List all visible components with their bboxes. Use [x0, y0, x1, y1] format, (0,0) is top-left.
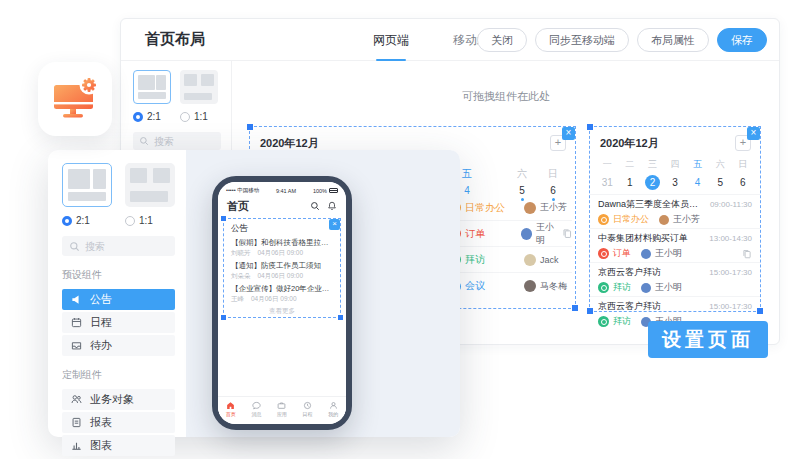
ratio-1-1-radio[interactable]: 1:1: [180, 111, 208, 122]
close-widget-icon[interactable]: ×: [329, 219, 340, 230]
calendar-widget-right[interactable]: × 2020年12月 + 一 二 三 四 五 六 日 31 1 2 3 4 5: [589, 126, 761, 312]
layout-thumb-2-1[interactable]: [62, 163, 112, 207]
tag-visit-icon: [598, 316, 609, 327]
schedule-row[interactable]: 订单 王小明: [448, 221, 572, 247]
carrier-label: ••••• 中国移动: [226, 187, 259, 194]
selection-handle-icon[interactable]: [572, 305, 578, 311]
date-cell[interactable]: 6: [731, 175, 754, 190]
panel-item-business-object[interactable]: 业务对象: [62, 389, 175, 410]
announcement-date: 04月06日 09:00: [258, 249, 304, 258]
person-name: 马冬梅: [540, 280, 567, 293]
phone-tab-schedule[interactable]: 日程: [295, 397, 321, 421]
person-name: 王小芳: [673, 213, 700, 226]
close-widget-icon[interactable]: ×: [562, 127, 575, 140]
close-widget-icon[interactable]: ×: [747, 127, 760, 140]
selection-handle-icon[interactable]: [338, 315, 343, 320]
document-icon[interactable]: [562, 228, 573, 239]
selection-handle-icon[interactable]: [247, 124, 253, 130]
announcement-author: 王峰: [231, 295, 244, 304]
setup-page-button[interactable]: 设置页面: [648, 321, 768, 358]
sidebar-search[interactable]: [133, 132, 221, 150]
briefcase-icon: [277, 401, 286, 410]
event-list: Dawna第三季度全体员工总结会09:00-11:30 日常办公王小芳 中泰集团…: [590, 194, 760, 330]
date-cell[interactable]: 1: [619, 175, 642, 190]
selection-handle-icon[interactable]: [757, 308, 763, 314]
date-cell[interactable]: 4: [686, 175, 709, 190]
ratio-2-1-radio[interactable]: 2:1: [62, 215, 125, 226]
phone-tab-apps[interactable]: 应用: [269, 397, 295, 421]
weekday-label: 日: [531, 167, 575, 181]
event-time: 09:00-11:30: [710, 200, 752, 209]
close-button[interactable]: 关闭: [477, 28, 527, 52]
panel-item-announcement[interactable]: 公告: [62, 289, 175, 310]
layout-thumb-1-1[interactable]: [180, 70, 218, 104]
person-name: 王小芳: [540, 201, 567, 214]
preset-group-label: 预设组件: [62, 268, 175, 282]
avatar: [521, 228, 532, 240]
tab-web[interactable]: 网页端: [373, 19, 409, 61]
panel-search[interactable]: [62, 236, 175, 256]
announcement-item[interactable]: 【假期】和创科技香格里拉大酒店3层美... 刘晓芳04月06日 09:00: [231, 238, 333, 258]
ratio-2-1-label: 2:1: [147, 111, 161, 122]
calendar-month-label: 2020年12月: [600, 136, 659, 151]
clock-icon: [303, 401, 312, 410]
phone-tab-me[interactable]: 我的: [320, 397, 346, 421]
custom-group-label: 定制组件: [62, 368, 175, 382]
person-name: 王小明: [536, 221, 562, 247]
announcement-widget[interactable]: × 公告 【假期】和创科技香格里拉大酒店3层美... 刘晓芳04月06日 09:…: [223, 218, 341, 318]
avatar: [524, 254, 536, 266]
phone-header: 首页: [218, 196, 346, 216]
announcement-item[interactable]: 【企业宣传】做好20年企业宣传计划报告会 王峰04月06日 09:00: [231, 284, 333, 304]
search-input[interactable]: [85, 241, 155, 252]
phone-tab-messages[interactable]: 消息: [244, 397, 270, 421]
event-title: Dawna第三季度全体员工总结会: [598, 198, 706, 211]
ratio-1-1-radio[interactable]: 1:1: [125, 215, 153, 226]
selection-handle-icon[interactable]: [221, 216, 226, 221]
ratio-2-1-radio[interactable]: 2:1: [133, 111, 180, 122]
tag-order-icon: [598, 248, 609, 259]
page-setup-app-icon[interactable]: [38, 62, 112, 136]
layout-thumb-1-1[interactable]: [125, 163, 175, 207]
panel-item-report[interactable]: 报表: [62, 412, 175, 433]
panel-item-todo[interactable]: 待办: [62, 335, 175, 356]
date-cell[interactable]: 3: [664, 175, 687, 190]
panel-item-schedule[interactable]: 日程: [62, 312, 175, 333]
date-cell[interactable]: 5: [709, 175, 732, 190]
schedule-row[interactable]: 会议 马冬梅: [448, 273, 572, 299]
bell-icon[interactable]: [327, 201, 337, 211]
phone-tab-label: 首页: [226, 411, 236, 417]
event-card[interactable]: Dawna第三季度全体员工总结会09:00-11:30 日常办公王小芳: [590, 194, 760, 228]
selection-handle-icon[interactable]: [587, 124, 593, 130]
layout-thumb-2-1[interactable]: [133, 70, 171, 104]
phone-mockup: ••••• 中国移动 9:41 AM 100% 首页 × 公告: [212, 176, 352, 430]
ratio-1-1-label: 1:1: [139, 215, 153, 226]
date-row: 31 1 2 3 4 5 6: [590, 175, 760, 190]
event-card[interactable]: 京西云客户拜访15:00-17:30 拜访王小明: [590, 262, 760, 296]
selection-handle-icon[interactable]: [221, 315, 226, 320]
chat-icon: [252, 401, 261, 410]
panel-item-chart[interactable]: 图表: [62, 435, 175, 456]
sync-mobile-button[interactable]: 同步至移动端: [535, 28, 629, 52]
view-more-link[interactable]: 查看更多: [224, 307, 340, 316]
selection-handle-icon[interactable]: [587, 308, 593, 314]
tag-label: 拜访: [613, 281, 631, 294]
calendar-month-label: 2020年12月: [260, 136, 319, 151]
event-title: 中泰集团材料购买订单: [598, 232, 688, 245]
search-input[interactable]: [154, 136, 214, 147]
save-button[interactable]: 保存: [717, 28, 767, 52]
search-icon[interactable]: [310, 201, 320, 211]
event-card[interactable]: 中泰集团材料购买订单13:00-14:30 订单王小明: [590, 228, 760, 262]
date-cell[interactable]: 31: [596, 175, 619, 190]
page: 首页布局 网页端 移动端 关闭 同步至移动端 布局属性 保存: [0, 0, 792, 459]
phone-tab-home[interactable]: 首页: [218, 397, 244, 421]
date-cell-selected[interactable]: 2: [641, 175, 664, 190]
schedule-row[interactable]: 日常办公 王小芳: [448, 195, 572, 221]
layout-props-button[interactable]: 布局属性: [637, 28, 709, 52]
announcement-author: 刘晓芳: [231, 249, 251, 258]
announcement-item[interactable]: 【通知】防疫工作员工须知 刘朵朵04月06日 09:00: [231, 261, 333, 281]
phone-page-title: 首页: [227, 199, 249, 214]
phone-tab-label: 我的: [328, 411, 338, 417]
schedule-row[interactable]: 拜访 Jack: [448, 247, 572, 273]
weekday-label: 四: [664, 158, 687, 171]
document-icon[interactable]: [742, 249, 752, 259]
